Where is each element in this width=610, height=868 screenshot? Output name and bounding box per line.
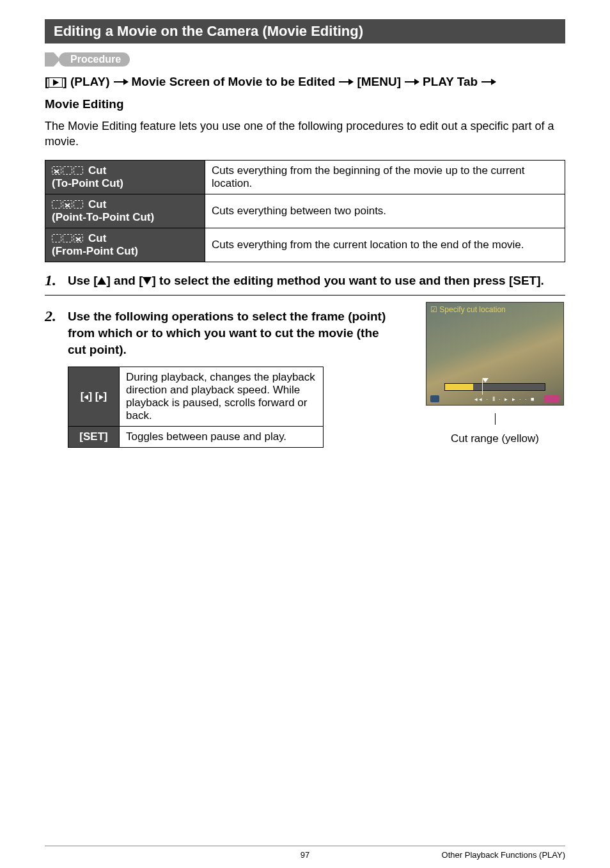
timeline-bar [444, 383, 545, 391]
path-segment: [MENU] [357, 73, 401, 91]
screenshot-thumbnail: ☑ Specify cut location ◂◂ · Ⅱ · ▸ ▸ · · … [425, 302, 565, 445]
controls-table: [] [] During playback, changes the playb… [68, 367, 324, 448]
cut-sublabel: (To-Point Cut) [52, 177, 198, 190]
table-row: Cut (To-Point Cut) Cuts everything from … [45, 160, 565, 194]
cut-pattern-icon [52, 234, 83, 242]
up-key-icon [97, 277, 106, 285]
step-number: 2. [45, 308, 61, 358]
step-number: 1. [45, 272, 61, 289]
path-segment: Movie Screen of Movie to be Edited [132, 73, 336, 91]
table-row: [] [] During playback, changes the playb… [68, 367, 324, 427]
play-mode-icon [49, 77, 63, 88]
right-key-icon [99, 395, 104, 400]
thumbnail-caption: Cut range (yellow) [451, 432, 539, 445]
cut-sublabel: (Point-To-Point Cut) [52, 211, 198, 224]
page-number: 97 [301, 850, 309, 860]
page-title: Editing a Movie on the Camera (Movie Edi… [45, 19, 565, 43]
cut-description: Cuts everything from the current locatio… [205, 228, 565, 262]
left-key-icon [84, 395, 88, 400]
playhead-line [482, 379, 483, 395]
set-badge-icon [430, 395, 439, 402]
step-text: Use the following operations to select t… [68, 308, 399, 358]
procedure-heading: Procedure [45, 52, 565, 67]
cut-description: Cuts everything from the beginning of th… [205, 160, 565, 194]
cut-pattern-icon [52, 166, 83, 175]
arrow-icon [405, 81, 419, 83]
arrow-icon [114, 81, 128, 83]
path-segment: Movie Editing [45, 95, 124, 114]
cut-label: Cut [88, 232, 106, 245]
path-segment: PLAY Tab [423, 73, 478, 91]
cut-description: Cuts everything between two points. [205, 194, 565, 228]
callout-line [495, 413, 496, 425]
step-1: 1. Use [] and [] to select the editing m… [45, 272, 565, 289]
cut-options-table: Cut (To-Point Cut) Cuts everything from … [45, 160, 565, 262]
menu-path: [] (PLAY) Movie Screen of Movie to be Ed… [45, 73, 565, 113]
thumbnail-image: ☑ Specify cut location ◂◂ · Ⅱ · ▸ ▸ · · … [426, 302, 564, 406]
table-row: [SET] Toggles between pause and play. [68, 427, 324, 448]
procedure-marker-icon [45, 52, 54, 67]
table-row: Cut (Point-To-Point Cut) Cuts everything… [45, 194, 565, 228]
procedure-label: Procedure [59, 52, 130, 67]
cut-sublabel: (From-Point Cut) [52, 245, 198, 258]
step-2: 2. Use the following operations to selec… [45, 308, 399, 358]
cut-label: Cut [88, 164, 106, 177]
down-key-icon [143, 277, 152, 285]
arrow-icon [481, 81, 496, 83]
thumbnail-title: ☑ Specify cut location [430, 305, 506, 314]
playhead-marker-icon [482, 378, 489, 383]
control-description: Toggles between pause and play. [120, 427, 324, 448]
step-text: Use [] and [] to select the editing meth… [68, 272, 565, 289]
intro-text: The Movie Editing feature lets you use o… [45, 118, 565, 150]
path-segment: [] (PLAY) [45, 73, 110, 91]
control-key: [SET] [68, 427, 120, 448]
cut-label: Cut [88, 198, 106, 211]
footer-section: Other Playback Functions (PLAY) [442, 850, 565, 860]
table-row: Cut (From-Point Cut) Cuts everything fro… [45, 228, 565, 262]
playback-controls-icon: ◂◂ · Ⅱ · ▸ ▸ · · ■ [474, 396, 535, 402]
page-footer: 97 Other Playback Functions (PLAY) [45, 846, 565, 850]
arrow-icon [339, 81, 353, 83]
control-key: [] [] [68, 367, 120, 427]
menu-badge-icon [544, 395, 559, 402]
control-description: During playback, changes the playback di… [120, 367, 324, 427]
cut-pattern-icon [52, 200, 83, 209]
